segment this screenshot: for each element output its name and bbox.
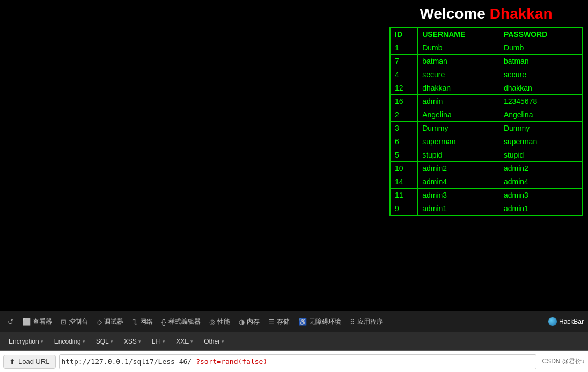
cell-password: Dumb <box>499 41 582 55</box>
data-table: ID USERNAME PASSWORD 1DumbDumb7batmanbat… <box>389 27 583 216</box>
cell-password: dhakkan <box>499 81 582 95</box>
cell-password: batman <box>499 55 582 68</box>
cell-password: 12345678 <box>499 95 582 108</box>
cell-username: secure <box>418 68 499 81</box>
style-icon: {} <box>161 318 166 326</box>
table-row: 12dhakkandhakkan <box>390 81 582 95</box>
table-row: 16admin12345678 <box>390 95 582 108</box>
hackbar-toolbar: Encryption ▾ Encoding ▾ SQL ▾ XSS ▾ LFI … <box>0 332 588 351</box>
col-header-id: ID <box>390 27 418 41</box>
sql-label: SQL <box>96 338 109 345</box>
table-row: 9admin1admin1 <box>390 202 582 216</box>
load-url-upload-icon: ⬆ <box>9 358 16 366</box>
cell-id: 3 <box>390 122 418 135</box>
load-url-button[interactable]: ⬆ Load URL <box>3 355 56 369</box>
hackbar-logo[interactable]: HackBar <box>548 317 584 326</box>
url-bar: ⬆ Load URL http://127.0.0.1/sqli7/Less-4… <box>0 351 588 372</box>
cell-id: 16 <box>390 95 418 108</box>
table-row: 2AngelinaAngelina <box>390 108 582 122</box>
table-row: 10admin2admin2 <box>390 162 582 175</box>
cell-id: 11 <box>390 189 418 202</box>
network-icon: ⇅ <box>132 318 138 326</box>
devtools-network[interactable]: ⇅ 网络 <box>129 315 156 329</box>
devtools-storage[interactable]: ☰ 存储 <box>265 315 293 329</box>
col-header-password: PASSWORD <box>499 27 582 41</box>
csdn-label: CSDN @君衍↓ <box>542 357 585 366</box>
url-prefix: http://127.0.0.1/sqli7/Less-46/ <box>60 358 194 366</box>
xss-label: XSS <box>124 338 137 345</box>
table-row: 4securesecure <box>390 68 582 81</box>
other-menu[interactable]: Other ▾ <box>200 336 229 347</box>
devtools-style-label: 样式编辑器 <box>168 317 201 326</box>
table-row: 3DummyDummy <box>390 122 582 135</box>
other-arrow-icon: ▾ <box>222 339 224 344</box>
devtools-memory[interactable]: ◑ 内存 <box>236 315 263 329</box>
data-panel: Welcome Dhakkan ID USERNAME PASSWORD 1Du… <box>389 5 583 216</box>
devtools-console-label: 控制台 <box>69 317 88 326</box>
encryption-arrow-icon: ▾ <box>41 339 43 344</box>
encoding-menu[interactable]: Encoding ▾ <box>50 336 90 347</box>
cell-username: batman <box>418 55 499 68</box>
perf-icon: ◎ <box>209 318 215 326</box>
devtools-inspector-label: 查看器 <box>33 317 52 326</box>
devtools-perf[interactable]: ◎ 性能 <box>206 315 233 329</box>
cell-password: Dummy <box>499 122 582 135</box>
table-row: 1DumbDumb <box>390 41 582 55</box>
table-row: 11admin3admin3 <box>390 189 582 202</box>
cell-id: 5 <box>390 148 418 162</box>
cell-username: Dummy <box>418 122 499 135</box>
devtools-style[interactable]: {} 样式编辑器 <box>158 315 204 329</box>
table-row: 5stupidstupid <box>390 148 582 162</box>
xxe-label: XXE <box>176 338 189 345</box>
table-row: 6supermansuperman <box>390 135 582 148</box>
hackbar-globe-icon <box>548 317 557 326</box>
xss-menu[interactable]: XSS ▾ <box>120 336 145 347</box>
lfi-arrow-icon: ▾ <box>163 339 165 344</box>
devtools-inspector[interactable]: ⬜ 查看器 <box>19 315 55 329</box>
cell-username: admin <box>418 95 499 108</box>
cell-id: 7 <box>390 55 418 68</box>
refresh-icon <box>8 318 13 326</box>
lfi-menu[interactable]: LFI ▾ <box>148 336 170 347</box>
cell-username: dhakkan <box>418 81 499 95</box>
cell-password: admin3 <box>499 189 582 202</box>
inspector-icon: ⬜ <box>22 318 31 326</box>
devtools-apps-label: 应用程序 <box>357 317 383 326</box>
devtools-accessibility[interactable]: ♿ 无障碍环境 <box>295 315 344 329</box>
cell-username: admin1 <box>418 202 499 216</box>
devtools-debugger-label: 调试器 <box>104 317 123 326</box>
url-highlighted: ?sort=rand(false) <box>194 356 269 367</box>
cell-username: Angelina <box>418 108 499 122</box>
welcome-label: Welcome <box>420 5 485 23</box>
xxe-menu[interactable]: XXE ▾ <box>172 336 197 347</box>
devtools-refresh[interactable] <box>4 316 17 328</box>
devtools-apps[interactable]: ⠿ 应用程序 <box>347 315 386 329</box>
cell-username: admin2 <box>418 162 499 175</box>
cell-id: 1 <box>390 41 418 55</box>
encryption-menu[interactable]: Encryption ▾ <box>4 336 48 347</box>
memory-icon: ◑ <box>239 318 245 326</box>
cell-id: 2 <box>390 108 418 122</box>
table-row: 7batmanbatman <box>390 55 582 68</box>
cell-id: 6 <box>390 135 418 148</box>
hackbar-label: HackBar <box>559 318 584 325</box>
cell-id: 4 <box>390 68 418 81</box>
url-input-wrapper[interactable]: http://127.0.0.1/sqli7/Less-46/?sort=ran… <box>59 354 537 369</box>
cell-password: admin1 <box>499 202 582 216</box>
cell-password: stupid <box>499 148 582 162</box>
cell-password: Angelina <box>499 108 582 122</box>
cell-id: 12 <box>390 81 418 95</box>
debugger-icon: ◇ <box>97 318 102 326</box>
cell-username: admin3 <box>418 189 499 202</box>
devtools-debugger[interactable]: ◇ 调试器 <box>93 315 127 329</box>
devtools-console[interactable]: ⊡ 控制台 <box>57 315 91 329</box>
sql-menu[interactable]: SQL ▾ <box>92 336 117 347</box>
devtools-network-label: 网络 <box>140 317 153 326</box>
cell-username: superman <box>418 135 499 148</box>
devtools-storage-label: 存储 <box>277 317 290 326</box>
sql-arrow-icon: ▾ <box>111 339 113 344</box>
lfi-label: LFI <box>152 338 161 345</box>
cell-password: admin4 <box>499 175 582 189</box>
table-row: 14admin4admin4 <box>390 175 582 189</box>
col-header-username: USERNAME <box>418 27 499 41</box>
